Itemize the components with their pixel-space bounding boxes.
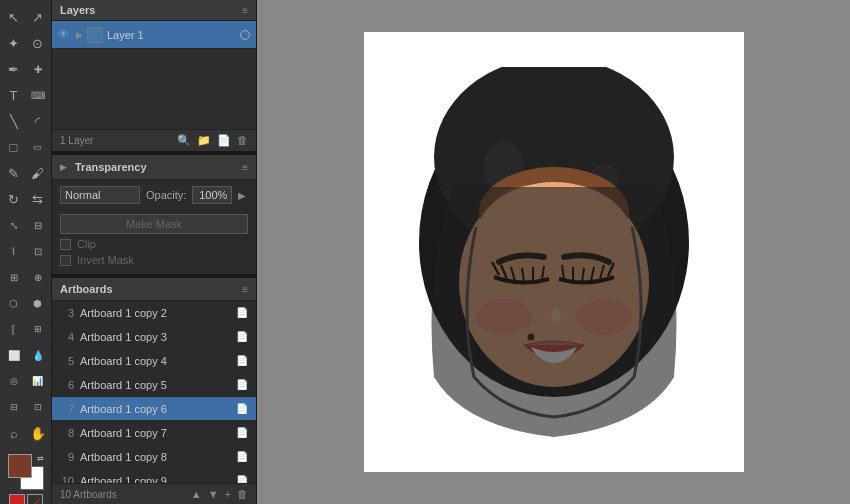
clip-label: Clip xyxy=(77,238,96,250)
color-swatches: ⇄ ⊟ ◈ xyxy=(4,446,48,504)
artboard-options-icon[interactable]: 📄 xyxy=(236,331,248,342)
character-illustration xyxy=(404,67,704,437)
move-down-artboard-icon[interactable]: ▼ xyxy=(208,488,219,500)
red-swatch[interactable] xyxy=(9,494,25,504)
rect-tool[interactable]: □ xyxy=(3,136,25,158)
swap-colors-icon[interactable]: ⇄ xyxy=(37,454,44,463)
rounded-rect-tool[interactable]: ▭ xyxy=(27,136,49,158)
invert-mask-checkbox-row: Invert Mask xyxy=(60,254,248,266)
slice-tool[interactable]: ⊡ xyxy=(27,396,49,418)
warp-tool[interactable]: ⌇ xyxy=(3,240,25,262)
foreground-swatch[interactable] xyxy=(8,454,32,478)
artboard-options-icon[interactable]: 📄 xyxy=(236,451,248,462)
layer-visibility-icon[interactable]: 👁 xyxy=(58,28,72,42)
selection-tool[interactable]: ↖ xyxy=(3,6,25,28)
shear-tool[interactable]: ⊟ xyxy=(27,214,49,236)
rotate-tool[interactable]: ↻ xyxy=(3,188,25,210)
shape-builder-tool[interactable]: ⬡ xyxy=(3,292,25,314)
artboards-list: 3 Artboard 1 copy 2 📄 4 Artboard 1 copy … xyxy=(52,301,256,483)
new-layer-icon[interactable]: 📄 xyxy=(217,134,231,147)
artboard-row-selected[interactable]: 7 Artboard 1 copy 6 📄 xyxy=(52,397,256,421)
artboard-row[interactable]: 9 Artboard 1 copy 8 📄 xyxy=(52,445,256,469)
layers-panel-menu-icon[interactable]: ≡ xyxy=(242,5,248,16)
layer-row[interactable]: 👁 ▶ Layer 1 xyxy=(52,21,256,49)
artboard-canvas xyxy=(364,32,744,472)
artboard-row[interactable]: 4 Artboard 1 copy 3 📄 xyxy=(52,325,256,349)
magic-wand-tool[interactable]: ✦ xyxy=(3,32,25,54)
width-tool[interactable]: ⊡ xyxy=(27,240,49,262)
artboards-panel-menu-icon[interactable]: ≡ xyxy=(242,284,248,295)
chart-tool[interactable]: 📊 xyxy=(27,370,49,392)
artboard-row[interactable]: 6 Artboard 1 copy 5 📄 xyxy=(52,373,256,397)
blob-brush-tool[interactable]: 🖌 xyxy=(27,162,49,184)
clip-checkbox[interactable] xyxy=(60,239,71,250)
artboards-panel: Artboards ≡ 3 Artboard 1 copy 2 📄 4 Artb… xyxy=(52,276,256,504)
direct-selection-tool[interactable]: ↗ xyxy=(27,6,49,28)
gradient-tool[interactable]: ⬜ xyxy=(3,344,25,366)
artboard-row[interactable]: 5 Artboard 1 copy 4 📄 xyxy=(52,349,256,373)
artboard-number: 5 xyxy=(60,355,74,367)
artboard-row[interactable]: 8 Artboard 1 copy 7 📄 xyxy=(52,421,256,445)
paintbrush-tool[interactable]: ✎ xyxy=(3,162,25,184)
invert-mask-checkbox[interactable] xyxy=(60,255,71,266)
transparency-panel-header[interactable]: ▶ Transparency ≡ xyxy=(52,155,256,180)
perspective-tool[interactable]: ⟦ xyxy=(3,318,25,340)
blend-tool[interactable]: ◎ xyxy=(3,370,25,392)
pen-tool[interactable]: ✒ xyxy=(3,58,25,80)
artboard-row[interactable]: 10 Artboard 1 copy 9 📄 xyxy=(52,469,256,483)
opacity-arrow-icon[interactable]: ▶ xyxy=(238,190,246,201)
artboard-name: Artboard 1 copy 3 xyxy=(80,331,230,343)
scale-tool[interactable]: ⤡ xyxy=(3,214,25,236)
transparency-panel-menu-icon[interactable]: ≡ xyxy=(242,162,248,173)
zoom-tool[interactable]: ⌕ xyxy=(3,422,25,444)
move-up-artboard-icon[interactable]: ▲ xyxy=(191,488,202,500)
reflect-tool[interactable]: ⇆ xyxy=(27,188,49,210)
artboard-options-icon[interactable]: 📄 xyxy=(236,379,248,390)
free-transform-tool[interactable]: ⊞ xyxy=(3,266,25,288)
artboard-options-icon[interactable]: 📄 xyxy=(236,427,248,438)
opacity-input[interactable] xyxy=(192,186,232,204)
artboards-panel-header[interactable]: Artboards ≡ xyxy=(52,278,256,301)
artboard-row[interactable]: 3 Artboard 1 copy 2 📄 xyxy=(52,301,256,325)
canvas-area[interactable] xyxy=(257,0,850,504)
arc-tool[interactable]: ◜ xyxy=(27,110,49,132)
artboard-tool[interactable]: ⊟ xyxy=(3,396,25,418)
new-artboard-icon[interactable]: + xyxy=(225,488,231,500)
panels-area: Layers ≡ 👁 ▶ Layer 1 1 Layer 🔍 📁 📄 🗑 xyxy=(52,0,257,504)
search-layers-icon[interactable]: 🔍 xyxy=(177,134,191,147)
touch-type-tool[interactable]: ⌨ xyxy=(27,84,49,106)
delete-layer-icon[interactable]: 🗑 xyxy=(237,134,248,147)
layers-empty-area xyxy=(52,49,256,129)
eyedropper-tool[interactable]: 💧 xyxy=(27,344,49,366)
mesh-tool[interactable]: ⊞ xyxy=(27,318,49,340)
live-paint-tool[interactable]: ⬢ xyxy=(27,292,49,314)
line-tool[interactable]: ╲ xyxy=(3,110,25,132)
artboard-name: Artboard 1 copy 2 xyxy=(80,307,230,319)
make-mask-button[interactable]: Make Mask xyxy=(60,214,248,234)
artboard-name: Artboard 1 copy 5 xyxy=(80,379,230,391)
artboard-name: Artboard 1 copy 7 xyxy=(80,427,230,439)
layer-thumbnail xyxy=(87,27,103,43)
layers-panel-header[interactable]: Layers ≡ xyxy=(52,0,256,21)
artboard-options-icon[interactable]: 📄 xyxy=(236,355,248,366)
layers-panel-footer: 1 Layer 🔍 📁 📄 🗑 xyxy=(52,129,256,151)
delete-artboard-icon[interactable]: 🗑 xyxy=(237,488,248,500)
opacity-label: Opacity: xyxy=(146,189,186,201)
layer-expand-icon[interactable]: ▶ xyxy=(76,30,83,40)
transparency-collapse-icon[interactable]: ▶ xyxy=(60,162,67,172)
artboard-options-icon[interactable]: 📄 xyxy=(236,403,248,414)
artboard-options-icon[interactable]: 📄 xyxy=(236,475,248,483)
new-layer-group-icon[interactable]: 📁 xyxy=(197,134,211,147)
none-swatch[interactable] xyxy=(27,494,43,504)
puppet-warp-tool[interactable]: ⊕ xyxy=(27,266,49,288)
layer-target-icon[interactable] xyxy=(240,30,250,40)
type-tool[interactable]: T xyxy=(3,84,25,106)
layers-panel-title: Layers xyxy=(60,4,95,16)
lasso-tool[interactable]: ⊙ xyxy=(27,32,49,54)
hand-tool[interactable]: ✋ xyxy=(27,422,49,444)
stroke-fill-swatches[interactable]: ⇄ xyxy=(8,454,44,490)
anchor-tool[interactable]: ✚ xyxy=(27,58,49,80)
artboard-options-icon[interactable]: 📄 xyxy=(236,307,248,318)
layer-name: Layer 1 xyxy=(107,29,236,41)
blend-mode-select[interactable]: Normal Multiply Screen Overlay xyxy=(60,186,140,204)
